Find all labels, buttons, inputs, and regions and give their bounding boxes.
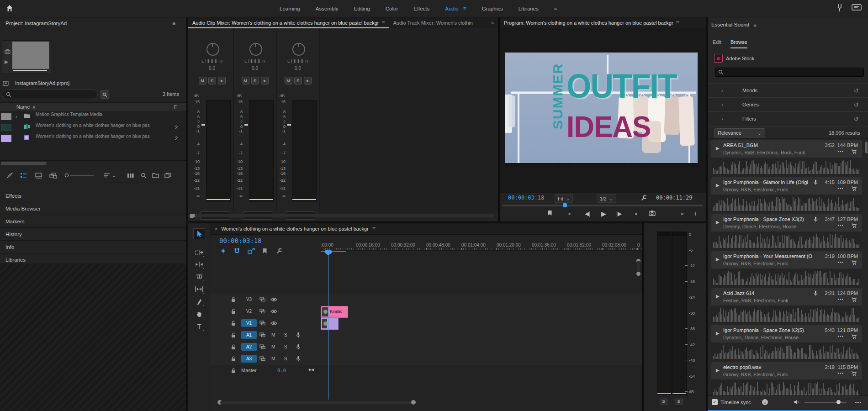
playback-resolution-select[interactable]: 1/2⌄ — [597, 194, 616, 203]
workspace-tab-libraries[interactable]: Libraries — [519, 6, 539, 11]
play-icon[interactable]: ▶ — [716, 257, 720, 262]
timeline-timecode[interactable]: 00:00:03:18 — [219, 237, 262, 244]
track-target-v1[interactable]: V1 — [241, 319, 257, 327]
master-level[interactable]: 0.0 — [277, 368, 286, 373]
play-icon[interactable]: ▶ — [716, 183, 720, 188]
waveform[interactable] — [713, 306, 860, 322]
track-target-a2[interactable]: A2 — [241, 343, 257, 351]
find-icon[interactable] — [141, 173, 147, 179]
lock-icon[interactable] — [231, 356, 236, 362]
more-icon[interactable]: ••• — [837, 149, 844, 154]
framerate-column-header[interactable]: F — [174, 104, 177, 110]
preview-play-icon[interactable]: ▶ — [5, 59, 8, 65]
more-icon[interactable]: ••• — [837, 297, 844, 302]
pan-knob[interactable] — [206, 43, 219, 56]
volume-fader[interactable] — [289, 100, 290, 201]
timeline-sync-checkbox[interactable]: ✓ — [712, 399, 718, 405]
stock-search-input[interactable] — [715, 68, 864, 77]
play-button[interactable]: ▶ — [601, 210, 606, 217]
program-timecode[interactable]: 00:00:03:18 — [508, 195, 544, 201]
lock-icon[interactable] — [231, 368, 236, 374]
automate-to-sequence-icon[interactable] — [127, 173, 134, 178]
panel-menu-icon[interactable]: ≡ — [372, 226, 376, 232]
name-column-header[interactable]: Name — [16, 104, 30, 110]
add-button-icon[interactable]: + — [693, 210, 697, 217]
close-icon[interactable]: × — [215, 226, 217, 232]
new-bin-icon[interactable] — [152, 173, 159, 178]
solo-button[interactable]: S — [284, 332, 287, 337]
project-writable-icon[interactable] — [6, 172, 14, 179]
sync-lock-icon[interactable] — [259, 297, 265, 302]
button-editor-overflow-icon[interactable]: » — [681, 210, 684, 217]
ripple-edit-tool[interactable] — [194, 259, 205, 269]
list-item[interactable]: ▶ Igor Pumphonia - Glamor in Life (Origi… — [711, 177, 862, 212]
timeline-zoom-scrollbar[interactable] — [210, 400, 642, 405]
snap-magnet-icon[interactable] — [234, 248, 240, 254]
mute-button[interactable]: M — [271, 356, 275, 361]
cart-icon[interactable] — [851, 260, 857, 265]
section-moods[interactable]: › Moods ↺ — [708, 83, 868, 97]
monitor-icon[interactable] — [852, 4, 862, 12]
mute-button[interactable]: M — [271, 332, 275, 337]
keyframe-button[interactable]: ◆ — [261, 77, 269, 84]
play-icon[interactable]: ▶ — [716, 220, 720, 225]
list-item[interactable]: ▶ Igor Pumphonia - Space Zone X2(5) Dyna… — [711, 325, 862, 360]
go-to-in-icon[interactable]: ⇤ — [568, 210, 573, 217]
scrub-playhead[interactable] — [563, 203, 567, 207]
cart-icon[interactable] — [851, 297, 857, 302]
workspace-tab-effects[interactable]: Effects — [413, 6, 429, 11]
table-row[interactable]: Women's clothing on a white clothes hang… — [0, 122, 186, 133]
more-icon[interactable]: ••• — [837, 260, 844, 265]
horizontal-scrollbar[interactable] — [1, 162, 47, 165]
workspace-overflow-icon[interactable]: » — [554, 6, 557, 11]
panel-tab-history[interactable]: History — [0, 228, 186, 241]
more-icon[interactable]: ••• — [837, 371, 844, 376]
voiceover-record-mic-icon[interactable] — [296, 344, 301, 350]
volume-fader[interactable] — [246, 100, 247, 201]
list-item[interactable]: ▶ AREA 51_BGM Dynamic, R&B, Electronic, … — [711, 140, 862, 175]
track-target-v3[interactable]: V3 — [241, 295, 257, 303]
track-target-a1[interactable]: A1 — [241, 331, 257, 339]
step-back-icon[interactable]: ◀| — [585, 210, 590, 217]
tab-browse[interactable]: Browse — [730, 39, 747, 48]
slip-tool[interactable] — [194, 284, 205, 294]
reset-icon[interactable]: ↺ — [854, 116, 859, 122]
reset-icon[interactable]: ↺ — [854, 101, 859, 108]
track-target-a3[interactable]: A3 — [241, 355, 257, 363]
voiceover-record-mic-icon[interactable] — [296, 356, 301, 362]
play-icon[interactable]: ▶ — [716, 331, 720, 336]
tab-audio-track-mixer[interactable]: Audio Track Mixer: Women's clothin — [389, 17, 477, 28]
sync-lock-icon[interactable] — [259, 344, 265, 349]
zoom-level-select[interactable]: Fit⌄ — [555, 194, 573, 203]
mute-button[interactable]: M — [285, 77, 292, 84]
pen-tool[interactable] — [194, 296, 205, 306]
track-visibility-eye-icon[interactable] — [270, 309, 277, 314]
mute-button[interactable]: M — [199, 77, 206, 84]
tuning-fork-icon[interactable] — [836, 3, 843, 12]
volume-icon[interactable] — [794, 400, 799, 405]
icon-view-icon[interactable] — [35, 173, 42, 179]
solo-button[interactable]: S — [294, 77, 302, 84]
pan-value[interactable]: 0.0 — [277, 66, 319, 71]
type-tool[interactable]: T — [194, 321, 205, 331]
tab-program-monitor[interactable]: Program: Women's clothing on a white clo… — [500, 17, 683, 28]
table-row[interactable]: Women's clothing on a white clothes hang… — [0, 133, 186, 144]
solo-button[interactable]: S — [284, 356, 287, 361]
workspace-tab-color[interactable]: Color — [386, 6, 398, 11]
waveform[interactable] — [713, 195, 860, 211]
sort-by-select[interactable]: Relevance⌄ — [714, 128, 765, 137]
find-in-bin-icon[interactable] — [101, 90, 109, 99]
lock-icon[interactable] — [231, 321, 236, 326]
play-icon[interactable]: ▶ — [716, 368, 720, 373]
pan-value[interactable]: 0.0 — [234, 66, 276, 71]
freeform-view-icon[interactable] — [49, 173, 57, 179]
solo-right-button[interactable]: S — [675, 398, 683, 405]
cart-icon[interactable] — [851, 334, 857, 339]
program-scrub-bar[interactable] — [503, 205, 703, 206]
workspace-tab-audio[interactable]: Audio — [445, 6, 458, 11]
panel-tab-info[interactable]: Info — [0, 241, 186, 253]
voiceover-record-mic-icon[interactable] — [296, 332, 301, 338]
razor-tool[interactable] — [194, 272, 205, 282]
vertical-scrollbar[interactable] — [865, 142, 868, 153]
play-icon[interactable]: ▶ — [716, 294, 720, 299]
